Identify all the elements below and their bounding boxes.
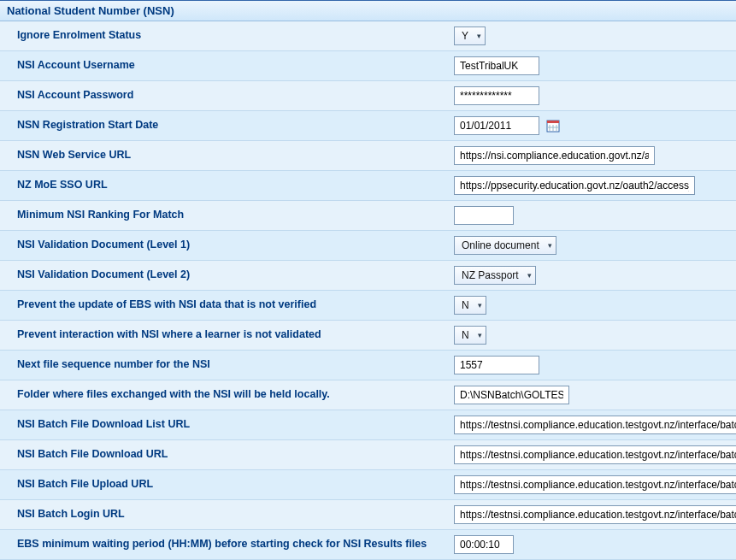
val-doc2-value: NZ Passport — [462, 269, 519, 281]
label-folder: Folder where files exchanged with the NS… — [0, 386, 454, 404]
label-password: NSI Account Password — [0, 87, 454, 104]
chevron-down-icon: ▾ — [478, 301, 482, 309]
nsn-settings-panel: National Student Number (NSN) Ignore Enr… — [0, 0, 736, 560]
row-val-doc1: NSI Validation Document (Level 1) Online… — [0, 231, 736, 261]
row-dl-url: NSI Batch File Download URL — [0, 440, 736, 470]
up-url-input[interactable] — [454, 475, 736, 494]
val-doc2-select[interactable]: NZ Passport ▾ — [454, 266, 536, 285]
row-up-url: NSI Batch File Upload URL — [0, 470, 736, 500]
label-dl-list-url: NSI Batch File Download List URL — [0, 416, 454, 433]
row-dl-list-url: NSI Batch File Download List URL — [0, 410, 736, 440]
row-min-rank: Minimum NSI Ranking For Match — [0, 201, 736, 231]
min-rank-input[interactable] — [454, 206, 514, 225]
row-prevent-interact: Prevent interaction with NSI where a lea… — [0, 321, 736, 351]
label-min-wait: EBS minimum waiting period (HH:MM) befor… — [0, 536, 454, 553]
calendar-icon[interactable] — [546, 119, 560, 133]
row-val-doc2: NSI Validation Document (Level 2) NZ Pas… — [0, 261, 736, 291]
label-login-url: NSI Batch Login URL — [0, 506, 454, 523]
web-url-input[interactable] — [454, 146, 655, 165]
prevent-update-select[interactable]: N ▾ — [454, 296, 486, 315]
row-reg-start: NSN Registration Start Date — [0, 111, 736, 141]
sso-url-input[interactable] — [454, 176, 695, 195]
ignore-enrolment-select[interactable]: Y ▾ — [454, 27, 486, 45]
label-username: NSI Account Username — [0, 57, 454, 74]
reg-start-input[interactable] — [454, 116, 539, 135]
row-web-url: NSN Web Service URL — [0, 141, 736, 171]
next-seq-input[interactable] — [454, 356, 539, 374]
prevent-interact-value: N — [462, 329, 469, 341]
label-reg-start: NSN Registration Start Date — [0, 117, 454, 134]
username-input[interactable] — [454, 56, 539, 75]
min-wait-input[interactable] — [454, 535, 514, 554]
row-sso-url: NZ MoE SSO URL — [0, 171, 736, 201]
label-next-seq: Next file sequence number for the NSI — [0, 357, 454, 374]
prevent-interact-select[interactable]: N ▾ — [454, 326, 486, 345]
row-min-wait: EBS minimum waiting period (HH:MM) befor… — [0, 530, 736, 560]
label-dl-url: NSI Batch File Download URL — [0, 446, 454, 463]
label-val-doc2: NSI Validation Document (Level 2) — [0, 267, 454, 284]
chevron-down-icon: ▾ — [548, 241, 552, 250]
login-url-input[interactable] — [454, 505, 736, 524]
panel-title: National Student Number (NSN) — [0, 1, 736, 21]
row-prevent-update: Prevent the update of EBS with NSI data … — [0, 291, 736, 321]
val-doc1-select[interactable]: Online document ▾ — [454, 236, 556, 255]
label-web-url: NSN Web Service URL — [0, 147, 454, 164]
label-ignore-enrolment: Ignore Enrolment Status — [0, 27, 454, 44]
ignore-enrolment-value: Y — [462, 30, 468, 42]
chevron-down-icon: ▾ — [477, 32, 481, 40]
dl-url-input[interactable] — [454, 445, 736, 464]
password-input[interactable] — [454, 86, 539, 105]
row-login-url: NSI Batch Login URL — [0, 500, 736, 530]
label-sso-url: NZ MoE SSO URL — [0, 177, 454, 194]
chevron-down-icon: ▾ — [478, 331, 482, 339]
label-prevent-interact: Prevent interaction with NSI where a lea… — [0, 327, 454, 344]
label-prevent-update: Prevent the update of EBS with NSI data … — [0, 297, 454, 314]
label-up-url: NSI Batch File Upload URL — [0, 476, 454, 493]
row-ignore-enrolment: Ignore Enrolment Status Y ▾ — [0, 21, 736, 51]
row-username: NSI Account Username — [0, 51, 736, 81]
dl-list-url-input[interactable] — [454, 416, 736, 434]
row-next-seq: Next file sequence number for the NSI — [0, 351, 736, 380]
label-val-doc1: NSI Validation Document (Level 1) — [0, 237, 454, 254]
folder-input[interactable] — [454, 386, 569, 404]
svg-rect-1 — [547, 121, 559, 123]
val-doc1-value: Online document — [462, 239, 539, 251]
row-folder: Folder where files exchanged with the NS… — [0, 380, 736, 410]
prevent-update-value: N — [462, 299, 469, 311]
row-password: NSI Account Password — [0, 81, 736, 111]
settings-list: Ignore Enrolment Status Y ▾ NSI Account … — [0, 21, 736, 560]
label-min-rank: Minimum NSI Ranking For Match — [0, 207, 454, 224]
chevron-down-icon: ▾ — [527, 271, 532, 280]
